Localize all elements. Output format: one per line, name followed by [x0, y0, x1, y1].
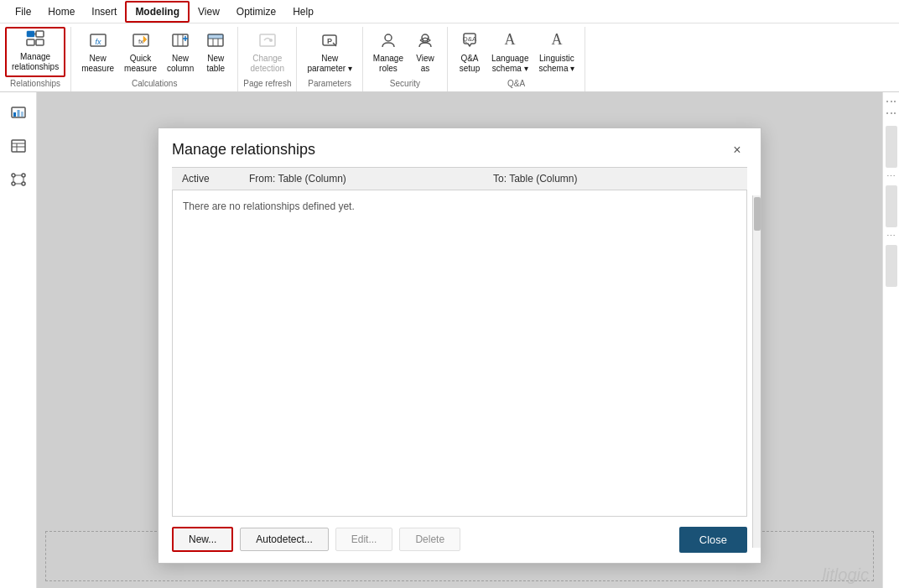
svg-rect-35	[12, 140, 25, 152]
right-panel-bar-3	[886, 245, 897, 287]
svg-text:fx: fx	[95, 38, 101, 46]
ribbon-group-security: Manage roles View as Security	[363, 27, 448, 91]
qa-setup-icon: Q&A	[460, 31, 479, 52]
svg-text:fx: fx	[138, 38, 143, 45]
svg-text:A: A	[505, 31, 516, 48]
svg-text:Q&A: Q&A	[463, 35, 478, 43]
change-detection-icon	[258, 31, 277, 52]
ribbon: Manage relationships Relationships fx Ne…	[0, 23, 899, 92]
svg-rect-20	[260, 34, 275, 46]
menu-optimize[interactable]: Optimize	[228, 3, 284, 21]
modal-title-bar: Manage relationships ×	[158, 128, 761, 167]
ribbon-group-page-refresh-label: Page refresh	[243, 79, 291, 88]
sidebar-icon-report[interactable]	[5, 99, 32, 126]
manage-relationships-label: Manage relationships	[12, 52, 59, 72]
svg-rect-32	[13, 112, 16, 117]
linguistic-schema-icon: A	[548, 31, 566, 52]
svg-rect-33	[17, 110, 19, 117]
svg-marker-9	[143, 36, 147, 43]
language-schema-icon: A	[501, 31, 519, 52]
view-as-icon	[416, 31, 434, 52]
edit-relationship-button[interactable]: Edit...	[335, 528, 393, 551]
relationships-table-header: Active From: Table (Column) To: Table (C…	[172, 167, 747, 190]
modal-close-button[interactable]: ×	[727, 140, 747, 160]
empty-message: There are no relationships defined yet.	[183, 200, 355, 212]
right-panel: ⋮⋮ ⋯ ⋯	[882, 92, 899, 588]
ribbon-group-page-refresh: Change detection Page refresh	[238, 27, 297, 91]
svg-point-40	[22, 174, 25, 177]
svg-text:P: P	[327, 37, 332, 45]
sidebar-icon-data[interactable]	[5, 133, 32, 159]
right-panel-dots-2: ⋯	[886, 171, 896, 182]
right-panel-bar	[886, 126, 897, 168]
ribbon-group-qa-label: Q&A	[507, 79, 525, 88]
new-column-label: New column	[167, 54, 194, 74]
right-panel-expand[interactable]: ⋮⋮	[885, 96, 898, 119]
new-column-icon	[171, 31, 190, 52]
menu-modeling[interactable]: Modeling	[125, 1, 190, 23]
scroll-thumb[interactable]	[754, 197, 761, 231]
new-table-button[interactable]: New table	[199, 27, 232, 77]
sidebar-icon-model[interactable]	[5, 166, 32, 193]
new-measure-button[interactable]: fx New measure	[76, 27, 119, 77]
svg-point-41	[12, 182, 15, 185]
modal-overlay: Manage relationships × Active From: Tabl…	[37, 92, 882, 588]
view-as-button[interactable]: View as	[408, 27, 442, 77]
right-panel-dots-3: ⋯	[886, 231, 896, 242]
col-to: To: Table (Column)	[493, 173, 737, 185]
manage-roles-label: Manage roles	[373, 54, 403, 74]
new-column-button[interactable]: New column	[162, 27, 199, 77]
new-parameter-button[interactable]: P New parameter ▾	[302, 27, 356, 77]
new-measure-icon: fx	[89, 31, 107, 52]
view-as-label: View as	[416, 54, 434, 74]
svg-rect-0	[27, 31, 34, 37]
qa-setup-label: Q&A setup	[460, 54, 480, 74]
qa-setup-button[interactable]: Q&A Q&A setup	[453, 27, 486, 77]
manage-roles-button[interactable]: Manage roles	[368, 27, 408, 77]
delete-relationship-button[interactable]: Delete	[399, 528, 460, 551]
relationships-table-body: There are no relationships defined yet.	[172, 190, 747, 517]
svg-point-21	[269, 39, 273, 42]
svg-rect-2	[27, 39, 34, 45]
new-relationship-button[interactable]: New...	[172, 527, 233, 552]
menu-help[interactable]: Help	[284, 3, 322, 21]
change-detection-button[interactable]: Change detection	[246, 27, 290, 77]
language-schema-button[interactable]: A Language schema ▾	[486, 27, 534, 77]
menu-file[interactable]: File	[7, 3, 39, 21]
close-modal-button[interactable]: Close	[679, 527, 747, 553]
col-from: From: Table (Column)	[249, 173, 493, 185]
modal-title: Manage relationships	[172, 141, 315, 159]
menu-insert[interactable]: Insert	[83, 3, 125, 21]
linguistic-schema-button[interactable]: A Linguistic schema ▾	[533, 27, 579, 77]
ribbon-group-calculations: fx New measure fx Quick measure	[71, 27, 238, 91]
svg-rect-3	[36, 39, 44, 45]
ribbon-group-parameters: P New parameter ▾ Parameters	[297, 27, 362, 91]
svg-rect-34	[21, 112, 23, 117]
new-measure-label: New measure	[81, 54, 114, 74]
svg-point-25	[385, 34, 392, 41]
app-body: Manage relationships × Active From: Tabl…	[0, 92, 899, 588]
ribbon-group-relationships: Manage relationships Relationships	[0, 27, 71, 91]
col-active: Active	[182, 173, 249, 185]
language-schema-label: Language schema ▾	[491, 54, 529, 74]
scrollbar[interactable]	[752, 195, 761, 548]
manage-relationships-button[interactable]: Manage relationships	[5, 27, 65, 77]
ribbon-group-calculations-label: Calculations	[132, 79, 177, 88]
ribbon-group-qa: Q&A Q&A setup A Language schema ▾	[448, 27, 585, 91]
manage-relationships-icon	[25, 28, 45, 50]
svg-point-42	[22, 182, 25, 185]
svg-point-39	[12, 174, 15, 177]
menu-home[interactable]: Home	[39, 3, 83, 21]
autodetect-button[interactable]: Autodetect...	[240, 528, 328, 551]
svg-rect-1	[36, 31, 44, 37]
new-parameter-icon: P	[320, 31, 339, 52]
quick-measure-label: Quick measure	[124, 54, 157, 74]
quick-measure-icon: fx	[132, 31, 150, 52]
ribbon-group-security-label: Security	[390, 79, 420, 88]
change-detection-label: Change detection	[251, 54, 285, 74]
manage-relationships-modal: Manage relationships × Active From: Tabl…	[158, 127, 761, 564]
ribbon-group-relationships-label: Relationships	[10, 79, 60, 88]
main-canvas: Manage relationships × Active From: Tabl…	[37, 92, 882, 588]
menu-view[interactable]: View	[190, 3, 228, 21]
quick-measure-button[interactable]: fx Quick measure	[119, 27, 162, 77]
